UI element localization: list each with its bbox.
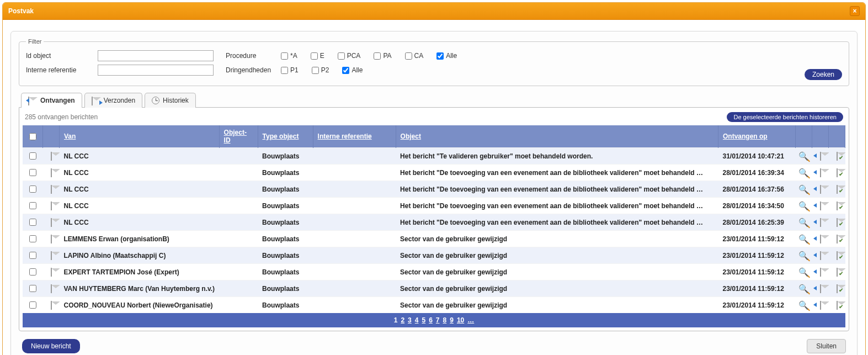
page-8[interactable]: 8 xyxy=(443,316,447,324)
view-icon[interactable]: 🔍 xyxy=(798,218,809,227)
procedure-option-pa[interactable]: PA xyxy=(374,52,391,60)
page-6[interactable]: 6 xyxy=(429,316,433,324)
table-row[interactable]: NL CCCBouwplaatsHet bericht "De toevoegi… xyxy=(23,198,845,214)
procedure-checkbox[interactable] xyxy=(338,52,345,60)
urgency-option-alle[interactable]: Alle xyxy=(342,66,363,74)
mark-read-icon[interactable]: ✔ xyxy=(832,186,842,192)
table-row[interactable]: NL CCCBouwplaatsHet bericht "De toevoegi… xyxy=(23,181,845,198)
table-row[interactable]: LAPINO Albino (Maatschappij C)Bouwplaats… xyxy=(23,247,845,264)
new-message-button[interactable]: Nieuw bericht xyxy=(22,339,80,353)
reply-icon[interactable] xyxy=(816,219,826,225)
page-5[interactable]: 5 xyxy=(422,316,425,324)
urgency-checkbox[interactable] xyxy=(342,67,349,74)
historize-button[interactable]: De geselecteerde berichten historeren xyxy=(727,112,843,122)
header-van[interactable]: Van xyxy=(60,125,220,148)
reply-icon[interactable] xyxy=(816,202,826,209)
procedure-checkbox[interactable] xyxy=(374,52,381,60)
table-row[interactable]: NL CCCBouwplaatsHet bericht "Te validere… xyxy=(23,148,845,165)
row-checkbox[interactable] xyxy=(29,268,36,275)
table-row[interactable]: COORD_NOUVEAU Norbert (NieweOrganisatie)… xyxy=(23,297,845,314)
view-icon[interactable]: 🔍 xyxy=(798,234,809,243)
table-row[interactable]: NL CCCBouwplaatsHet bericht "De toevoegi… xyxy=(23,165,845,181)
page-9[interactable]: 9 xyxy=(450,316,454,324)
view-icon[interactable]: 🔍 xyxy=(798,184,809,194)
view-icon[interactable]: 🔍 xyxy=(798,168,809,177)
row-checkbox[interactable] xyxy=(29,202,36,209)
view-icon[interactable]: 🔍 xyxy=(798,151,809,161)
cell-from: LEMMENS Erwan (organisationB) xyxy=(60,231,220,247)
row-checkbox[interactable] xyxy=(29,152,36,160)
row-checkbox[interactable] xyxy=(29,285,36,292)
urgency-checkbox[interactable] xyxy=(312,67,319,74)
row-checkbox[interactable] xyxy=(29,235,36,242)
reply-icon[interactable] xyxy=(816,252,826,258)
page-10[interactable]: 10 xyxy=(457,316,464,324)
mark-read-icon[interactable]: ✔ xyxy=(832,202,842,209)
urgency-option-p1[interactable]: P1 xyxy=(281,66,299,74)
procedure-checkbox[interactable] xyxy=(281,52,288,60)
row-checkbox[interactable] xyxy=(29,186,36,193)
tab-verzonden[interactable]: Verzonden xyxy=(84,93,142,108)
procedure-option-alle[interactable]: Alle xyxy=(436,52,457,60)
reply-icon[interactable] xyxy=(816,301,826,308)
close-button[interactable]: Sluiten xyxy=(807,339,846,353)
header-interne-ref[interactable]: Interne referentie xyxy=(313,125,396,148)
procedure-option-ca[interactable]: CA xyxy=(405,52,424,60)
procedure-checkbox[interactable] xyxy=(436,52,444,60)
view-icon[interactable]: 🔍 xyxy=(798,267,809,277)
mark-read-icon[interactable]: ✔ xyxy=(832,169,842,176)
page-7[interactable]: 7 xyxy=(436,316,440,324)
page-4[interactable]: 4 xyxy=(415,316,419,324)
reply-icon[interactable] xyxy=(816,268,826,275)
reply-icon[interactable] xyxy=(816,285,826,292)
row-checkbox[interactable] xyxy=(29,301,36,309)
search-button[interactable]: Zoeken xyxy=(805,69,842,80)
mark-read-icon[interactable]: ✔ xyxy=(832,285,842,292)
view-icon[interactable]: 🔍 xyxy=(798,251,809,260)
procedure-checkbox[interactable] xyxy=(405,52,412,60)
header-ontvangen[interactable]: Ontvangen op xyxy=(718,125,796,148)
reply-icon[interactable] xyxy=(816,235,826,242)
id-object-input[interactable] xyxy=(98,50,214,61)
view-icon[interactable]: 🔍 xyxy=(798,201,809,210)
page-…[interactable]: … xyxy=(467,316,474,324)
close-icon[interactable]: × xyxy=(850,6,860,16)
procedure-checkbox[interactable] xyxy=(311,52,318,60)
header-type-object[interactable]: Type object xyxy=(258,125,313,148)
internal-ref-input[interactable] xyxy=(98,65,214,76)
table-row[interactable]: VAN HUYTEMBERG Marc (Van Huytemberg n.v.… xyxy=(23,280,845,297)
procedure-option-stara[interactable]: *A xyxy=(281,52,297,60)
table-row[interactable]: NL CCCBouwplaatsHet bericht "De toevoegi… xyxy=(23,214,845,231)
mark-read-icon[interactable]: ✔ xyxy=(832,152,842,159)
procedure-option-pca[interactable]: PCA xyxy=(338,52,361,60)
tab-ontvangen[interactable]: Ontvangen xyxy=(21,93,82,108)
table-row[interactable]: LEMMENS Erwan (organisationB)BouwplaatsS… xyxy=(23,231,845,247)
header-object-id[interactable]: Object-ID xyxy=(219,125,258,148)
reply-icon[interactable] xyxy=(816,169,826,176)
row-checkbox[interactable] xyxy=(29,169,36,176)
view-icon[interactable]: 🔍 xyxy=(798,300,809,310)
urgency-label: Dringendheden xyxy=(226,66,275,74)
mark-read-icon[interactable]: ✔ xyxy=(832,268,842,275)
reply-icon[interactable] xyxy=(816,152,826,159)
select-all-checkbox[interactable] xyxy=(29,133,36,140)
table-row[interactable]: EXPERT TARTEMPION José (Expert)Bouwplaat… xyxy=(23,264,845,280)
urgency-checkbox[interactable] xyxy=(281,67,288,74)
page-3[interactable]: 3 xyxy=(408,316,412,324)
mark-read-icon[interactable]: ✔ xyxy=(832,219,842,225)
header-object[interactable]: Object xyxy=(396,125,718,148)
page-1: 1 xyxy=(394,316,398,324)
cell-object: Het bericht "Te valideren gebruiker" moe… xyxy=(396,148,718,165)
mark-read-icon[interactable]: ✔ xyxy=(832,235,842,242)
cell-received: 23/01/2014 11:59:12 xyxy=(718,247,796,264)
row-checkbox[interactable] xyxy=(29,219,36,226)
mark-read-icon[interactable]: ✔ xyxy=(832,252,842,258)
reply-icon[interactable] xyxy=(816,186,826,192)
procedure-option-e[interactable]: E xyxy=(311,52,324,60)
mark-read-icon[interactable]: ✔ xyxy=(832,301,842,308)
page-2[interactable]: 2 xyxy=(401,316,404,324)
tab-historiek[interactable]: Historiek xyxy=(145,93,196,108)
row-checkbox[interactable] xyxy=(29,252,36,259)
urgency-option-p2[interactable]: P2 xyxy=(312,66,329,74)
view-icon[interactable]: 🔍 xyxy=(798,284,809,293)
